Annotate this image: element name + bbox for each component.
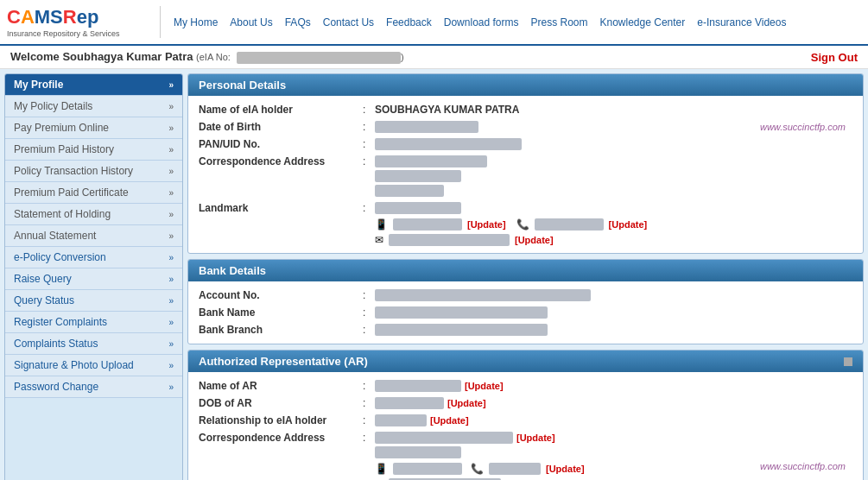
arrow-icon: » xyxy=(168,339,174,349)
update-phone2-link[interactable]: [Update] xyxy=(609,219,648,230)
personal-details-header: Personal Details xyxy=(188,74,863,96)
sidebar-item-epolicy-conversion[interactable]: e-Policy Conversion » xyxy=(5,247,182,268)
ar-details-header: Authorized Representative (AR) xyxy=(188,351,863,372)
field-label: Name of AR xyxy=(199,380,363,392)
ar-details-body: www.succinctfp.com Name of AR : [Update]… xyxy=(188,372,863,480)
sidebar-item-my-policy-details[interactable]: My Policy Details » xyxy=(5,96,182,117)
colon: : xyxy=(363,138,375,150)
sidebar-item-pay-premium-online[interactable]: Pay Premium Online » xyxy=(5,117,182,139)
field-ar-name: Name of AR : [Update] xyxy=(199,377,852,395)
addr-bar2 xyxy=(375,170,461,182)
sidebar-item-query-status[interactable]: Query Status » xyxy=(5,290,182,312)
field-ar-dob: DOB of AR : [Update] xyxy=(199,395,852,412)
small-square xyxy=(844,357,852,366)
field-value-bar xyxy=(375,289,591,301)
bank-details-header: Bank Details xyxy=(188,260,863,281)
phone-icon: 📱 xyxy=(375,463,388,475)
sidebar-item-password-change[interactable]: Password Change » xyxy=(5,376,182,398)
sidebar-item-register-complaints[interactable]: Register Complaints » xyxy=(5,312,182,333)
addr-bar3 xyxy=(375,185,444,197)
colon: : xyxy=(363,414,375,426)
nav-knowledge-center[interactable]: Knowledge Center xyxy=(594,15,692,30)
field-name: Name of eIA holder : SOUBHAGYA KUMAR PAT… xyxy=(199,101,852,118)
nav-download-forms[interactable]: Download forms xyxy=(438,15,525,30)
bank-details-card: Bank Details Account No. : Bank Name : B… xyxy=(187,259,864,344)
sign-out-button[interactable]: Sign Out xyxy=(811,51,858,64)
logo-area: CAMSRep Insurance Repository & Services xyxy=(7,6,161,37)
field-pan: PAN/UID No. : xyxy=(199,136,852,153)
update-ar-dob-link[interactable]: [Update] xyxy=(447,398,486,408)
sidebar-item-premium-paid-certificate[interactable]: Premium Paid Certificate » xyxy=(5,182,182,204)
sidebar-item-raise-query[interactable]: Raise Query » xyxy=(5,268,182,290)
nav-faqs[interactable]: FAQs xyxy=(279,15,317,30)
addr-bar2 xyxy=(375,446,461,458)
field-label: DOB of AR xyxy=(199,397,363,409)
update-phone-link[interactable]: [Update] xyxy=(467,219,506,230)
arrow-icon: » xyxy=(168,231,174,241)
arrow-icon: » xyxy=(168,145,174,155)
field-bank-branch: Bank Branch : xyxy=(199,321,852,338)
content-area: Personal Details www.succinctfp.com Name… xyxy=(187,73,864,480)
field-value-bar xyxy=(375,121,478,133)
field-label: Name of eIA holder xyxy=(199,104,363,116)
field-ar-relationship: Relationship to eIA holder : [Update] xyxy=(199,412,852,429)
colon: : xyxy=(363,155,375,167)
arrow-icon: » xyxy=(168,167,174,176)
update-ar-addr-link[interactable]: [Update] xyxy=(516,433,555,443)
sidebar-item-my-profile[interactable]: My Profile » xyxy=(5,74,182,96)
field-label: Account No. xyxy=(199,289,363,301)
contact-row-phone: 📱 [Update] 📞 [Update] xyxy=(199,217,852,232)
sidebar-item-statement-of-holding[interactable]: Statement of Holding » xyxy=(5,204,182,225)
field-label: Correspondence Address xyxy=(199,155,363,167)
field-value-bar xyxy=(375,306,548,319)
phone-bar xyxy=(393,463,462,475)
field-label: Correspondence Address xyxy=(199,432,363,444)
nav-einsurance-videos[interactable]: e-Insurance Videos xyxy=(691,15,792,30)
nav-feedback[interactable]: Feedback xyxy=(380,15,438,30)
field-value-bar xyxy=(375,202,461,214)
field-label: Landmark xyxy=(199,202,363,214)
arrow-icon: » xyxy=(168,253,174,262)
sidebar-item-complaints-status[interactable]: Complaints Status » xyxy=(5,333,182,355)
arrow-icon: » xyxy=(168,275,174,284)
nav-my-home[interactable]: My Home xyxy=(168,15,224,30)
field-landmark: Landmark : xyxy=(199,199,852,217)
email-bar xyxy=(389,234,510,246)
address-block xyxy=(375,155,487,197)
update-email-link[interactable]: [Update] xyxy=(515,235,554,245)
personal-details-body: www.succinctfp.com Name of eIA holder : … xyxy=(188,96,863,253)
field-ar-address: Correspondence Address : [Update] xyxy=(199,429,852,461)
sidebar-item-policy-transaction-history[interactable]: Policy Transaction History » xyxy=(5,161,182,182)
sidebar-item-annual-statement[interactable]: Annual Statement » xyxy=(5,225,182,247)
field-label: Bank Branch xyxy=(199,324,363,336)
update-ar-name-link[interactable]: [Update] xyxy=(465,381,504,391)
update-ar-phone-link[interactable]: [Update] xyxy=(546,464,585,474)
field-label: Bank Name xyxy=(199,306,363,319)
welcome-text: Welcome Soubhagya Kumar Patra (eIA No: ) xyxy=(10,50,404,64)
colon: : xyxy=(363,380,375,392)
phone-icon2: 📞 xyxy=(471,463,484,475)
phone-icon: 📱 xyxy=(375,218,388,231)
sidebar-item-premium-paid-history[interactable]: Premium Paid History » xyxy=(5,139,182,161)
nav-contact-us[interactable]: Contact Us xyxy=(317,15,380,30)
update-ar-rel-link[interactable]: [Update] xyxy=(430,415,469,426)
arrow-icon: » xyxy=(168,210,174,219)
colon: : xyxy=(363,104,375,116)
phone-icon2: 📞 xyxy=(516,218,529,231)
colon: : xyxy=(363,202,375,214)
arrow-icon: » xyxy=(168,361,174,370)
field-dob: Date of Birth : xyxy=(199,118,852,136)
sidebar-item-signature-photo-upload[interactable]: Signature & Photo Upload » xyxy=(5,355,182,376)
watermark-1: www.succinctfp.com xyxy=(760,122,846,132)
nav-about-us[interactable]: About Us xyxy=(224,15,278,30)
arrow-icon: » xyxy=(168,296,174,306)
main-layout: My Profile » My Policy Details » Pay Pre… xyxy=(0,69,868,480)
colon: : xyxy=(363,397,375,409)
phone-bar xyxy=(393,218,462,231)
field-value-bar xyxy=(375,380,461,392)
field-value-bar xyxy=(375,397,444,409)
arrow-icon: » xyxy=(168,188,174,198)
addr-bar1 xyxy=(375,155,487,167)
arrow-icon: » xyxy=(168,318,174,327)
nav-press-room[interactable]: Press Room xyxy=(524,15,593,30)
